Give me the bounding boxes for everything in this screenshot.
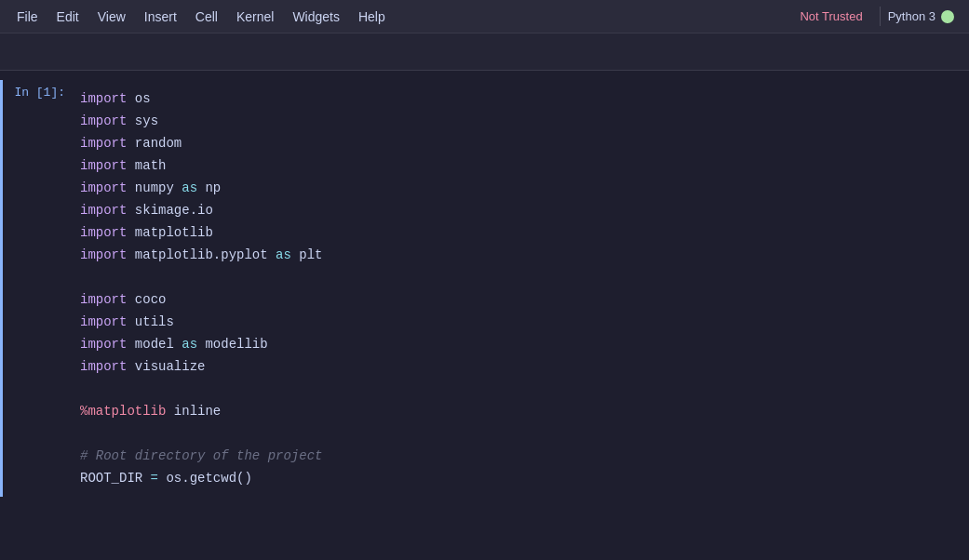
menu-widgets[interactable]: Widgets bbox=[283, 6, 349, 28]
notebook[interactable]: In [1]: import os import sys import rand… bbox=[0, 71, 969, 560]
code-line-11: import model as modellib bbox=[80, 333, 962, 355]
code-line-6: import skimage.io bbox=[80, 199, 962, 221]
code-line-3: import random bbox=[80, 132, 962, 154]
code-line-4: import math bbox=[80, 154, 962, 177]
menu-kernel[interactable]: Kernel bbox=[227, 6, 283, 28]
code-line-empty-3 bbox=[80, 422, 962, 445]
menu-edit[interactable]: Edit bbox=[47, 6, 88, 28]
code-line-empty-2 bbox=[80, 378, 962, 400]
menu-view[interactable]: View bbox=[88, 6, 135, 28]
code-cell[interactable]: In [1]: import os import sys import rand… bbox=[0, 80, 969, 497]
code-line-comment: # Root directory of the project bbox=[80, 445, 962, 467]
code-line-7: import matplotlib bbox=[80, 221, 962, 244]
code-line-5: import numpy as np bbox=[80, 177, 962, 199]
menu-file[interactable]: File bbox=[7, 6, 47, 28]
code-line-12: import visualize bbox=[80, 355, 962, 378]
cell-code-content[interactable]: import os import sys import random impor… bbox=[73, 84, 969, 493]
cell-prompt: In [1]: bbox=[3, 84, 73, 100]
code-line-assignment: ROOT_DIR = os.getcwd() bbox=[80, 467, 962, 489]
toolbar bbox=[0, 33, 969, 71]
menubar: File Edit View Insert Cell Kernel Widget… bbox=[0, 0, 969, 33]
code-line-10: import utils bbox=[80, 311, 962, 333]
menu-insert[interactable]: Insert bbox=[135, 6, 186, 28]
code-line-9: import coco bbox=[80, 288, 962, 311]
menu-help[interactable]: Help bbox=[349, 6, 395, 28]
not-trusted-button[interactable]: Not Trusted bbox=[790, 7, 871, 26]
kernel-name-label: Python 3 bbox=[888, 9, 935, 23]
menubar-right: Not Trusted Python 3 bbox=[790, 7, 962, 26]
kernel-status-circle bbox=[941, 10, 954, 23]
kernel-indicator: Python 3 bbox=[880, 7, 962, 26]
code-line-8: import matplotlib.pyplot as plt bbox=[80, 244, 962, 266]
code-line-empty-1 bbox=[80, 266, 962, 288]
code-line-2: import sys bbox=[80, 110, 962, 132]
menu-cell[interactable]: Cell bbox=[186, 6, 227, 28]
code-line-1: import os bbox=[80, 87, 962, 110]
code-line-magic: %matplotlib inline bbox=[80, 400, 962, 422]
